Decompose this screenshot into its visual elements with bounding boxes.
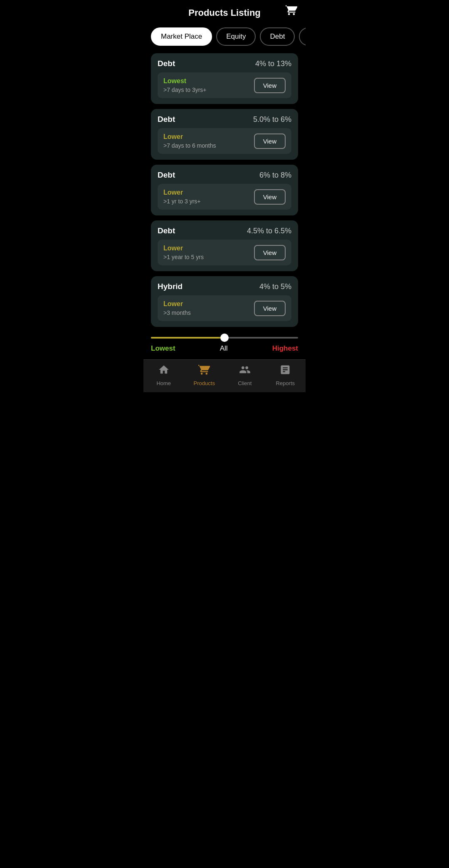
product-info-3: Lower >1 yr to 3 yrs+ [163, 189, 200, 205]
product-body-4: Lower >1 year to 5 yrs View [158, 240, 291, 265]
product-header-4: Debt 4.5% to 6.5% [158, 226, 291, 235]
slider-label-all: All [220, 344, 228, 353]
product-card-5: Hybrid 4% to 5% Lower >3 months View [151, 276, 298, 327]
product-label-1: Lowest [163, 77, 207, 85]
product-header-1: Debt 4% to 13% [158, 59, 291, 68]
product-label-3: Lower [163, 189, 200, 196]
product-label-5: Lower [163, 300, 191, 308]
cart-icon[interactable] [286, 5, 297, 19]
slider-track[interactable] [151, 337, 298, 339]
products-list: Debt 4% to 13% Lowest >7 days to 3yrs+ V… [143, 53, 306, 327]
slider-labels: Lowest All Highest [151, 344, 298, 353]
product-type-4: Debt [158, 226, 175, 235]
product-type-1: Debt [158, 59, 175, 68]
product-duration-3: >1 yr to 3 yrs+ [163, 198, 200, 205]
product-body-1: Lowest >7 days to 3yrs+ View [158, 72, 291, 98]
product-type-5: Hybrid [158, 282, 183, 291]
product-body-5: Lower >3 months View [158, 295, 291, 321]
filter-tabs: Market Place Equity Debt Commodi... [143, 23, 306, 53]
product-type-2: Debt [158, 115, 175, 124]
product-body-2: Lower >7 days to 6 months View [158, 128, 291, 154]
slider-label-highest: Highest [272, 344, 298, 353]
view-button-3[interactable]: View [254, 189, 286, 205]
nav-home-label: Home [156, 380, 171, 386]
slider-label-lowest: Lowest [151, 344, 175, 353]
product-header-3: Debt 6% to 8% [158, 171, 291, 180]
product-header-2: Debt 5.0% to 6% [158, 115, 291, 124]
product-card-4: Debt 4.5% to 6.5% Lower >1 year to 5 yrs… [151, 220, 298, 271]
tab-commodities[interactable]: Commodi... [299, 27, 306, 46]
product-label-2: Lower [163, 133, 216, 141]
product-card-2: Debt 5.0% to 6% Lower >7 days to 6 month… [151, 109, 298, 160]
client-icon [239, 364, 251, 378]
product-info-2: Lower >7 days to 6 months [163, 133, 216, 149]
product-rate-2: 5.0% to 6% [253, 115, 291, 124]
home-icon [158, 364, 170, 378]
product-rate-1: 4% to 13% [255, 59, 291, 68]
product-rate-5: 4% to 5% [259, 282, 291, 291]
product-duration-4: >1 year to 5 yrs [163, 254, 204, 260]
product-duration-2: >7 days to 6 months [163, 142, 216, 149]
tab-equity[interactable]: Equity [216, 27, 256, 46]
view-button-1[interactable]: View [254, 78, 286, 93]
product-body-3: Lower >1 yr to 3 yrs+ View [158, 184, 291, 210]
tab-debt[interactable]: Debt [260, 27, 295, 46]
product-label-4: Lower [163, 245, 204, 252]
product-rate-3: 6% to 8% [259, 171, 291, 180]
product-type-3: Debt [158, 171, 175, 180]
page-title: Products Listing [188, 7, 261, 18]
product-card-1: Debt 4% to 13% Lowest >7 days to 3yrs+ V… [151, 53, 298, 104]
products-icon [198, 364, 210, 378]
product-info-1: Lowest >7 days to 3yrs+ [163, 77, 207, 93]
header: Products Listing [143, 0, 306, 23]
product-info-4: Lower >1 year to 5 yrs [163, 245, 204, 260]
nav-client-label: Client [238, 380, 252, 386]
nav-home[interactable]: Home [143, 364, 184, 386]
slider-fill [151, 337, 224, 339]
product-duration-5: >3 months [163, 309, 191, 316]
nav-products-label: Products [194, 380, 215, 386]
reports-icon [279, 364, 291, 378]
view-button-2[interactable]: View [254, 134, 286, 149]
product-info-5: Lower >3 months [163, 300, 191, 316]
slider-section: Lowest All Highest [143, 327, 306, 359]
bottom-nav: Home Products Client Reports [143, 359, 306, 392]
view-button-5[interactable]: View [254, 301, 286, 316]
tab-marketplace[interactable]: Market Place [151, 27, 212, 46]
nav-reports-label: Reports [276, 380, 295, 386]
nav-client[interactable]: Client [224, 364, 265, 386]
view-button-4[interactable]: View [254, 245, 286, 260]
slider-thumb[interactable] [220, 334, 229, 342]
product-header-5: Hybrid 4% to 5% [158, 282, 291, 291]
nav-products[interactable]: Products [184, 364, 225, 386]
product-rate-4: 4.5% to 6.5% [247, 227, 291, 235]
product-card-3: Debt 6% to 8% Lower >1 yr to 3 yrs+ View [151, 165, 298, 215]
nav-reports[interactable]: Reports [265, 364, 306, 386]
product-duration-1: >7 days to 3yrs+ [163, 87, 207, 93]
